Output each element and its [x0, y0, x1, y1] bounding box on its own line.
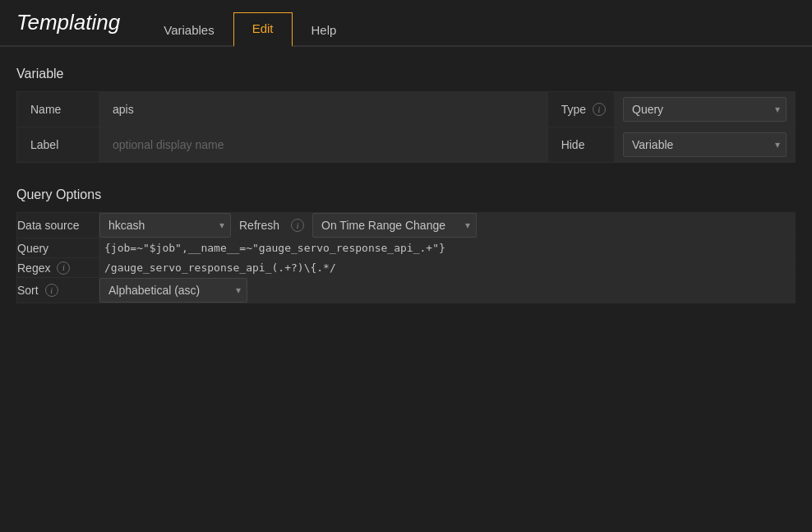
hide-select-wrapper: Label Variable ▾	[623, 132, 787, 157]
sort-value-cell: Disabled Alphabetical (asc) Alphabetical…	[99, 278, 796, 303]
sort-select-wrapper: Disabled Alphabetical (asc) Alphabetical…	[99, 278, 247, 303]
hide-label-cell: Hide	[547, 127, 614, 163]
refresh-select-wrapper: Never On Dashboard Load On Time Range Ch…	[312, 213, 477, 238]
label-label: Label	[17, 127, 99, 163]
refresh-select[interactable]: Never On Dashboard Load On Time Range Ch…	[312, 213, 477, 238]
refresh-info-icon[interactable]: i	[291, 219, 304, 232]
datasource-label: Data source	[17, 219, 79, 232]
name-value-cell	[99, 92, 548, 127]
hide-select-cell: Label Variable ▾	[615, 127, 796, 163]
datasource-controls: hkcash default ▾ Refresh i Never On Dash…	[99, 213, 795, 238]
hide-label: Hide	[561, 138, 585, 151]
datasource-label-cell: Data source	[17, 213, 99, 238]
datasource-select-wrapper: hkcash default ▾	[99, 213, 231, 238]
datasource-value-cell: hkcash default ▾ Refresh i Never On Dash…	[99, 213, 796, 238]
type-select[interactable]: Query Constant Datasource Custom Interva…	[623, 97, 787, 122]
query-options-section-title: Query Options	[16, 187, 796, 202]
label-row: Label Hide Label Variable ▾	[17, 127, 796, 163]
tab-edit[interactable]: Edit	[233, 12, 293, 47]
variable-section-title: Variable	[16, 67, 796, 81]
header: Templating Variables Edit Help	[0, 0, 812, 47]
sort-select[interactable]: Disabled Alphabetical (asc) Alphabetical…	[99, 278, 247, 303]
refresh-label: Refresh	[239, 219, 279, 232]
sort-info-icon[interactable]: i	[45, 284, 58, 297]
type-info-icon[interactable]: i	[593, 103, 606, 116]
query-label: Query	[17, 242, 48, 255]
main-content: Variable Name Type i Query Constant Data…	[0, 47, 812, 323]
name-input[interactable]	[108, 99, 539, 119]
label-input[interactable]	[108, 135, 539, 155]
hide-select[interactable]: Label Variable	[623, 132, 787, 157]
type-label: Type	[561, 103, 586, 116]
name-row: Name Type i Query Constant Datasource Cu…	[17, 92, 796, 127]
regex-label: Regex	[17, 261, 50, 275]
query-options-form: Data source hkcash default ▾ Refresh i	[16, 212, 796, 303]
label-value-cell	[99, 127, 548, 163]
nav-tabs: Variables Edit Help	[145, 11, 355, 45]
sort-label-cell: Sort i	[17, 278, 99, 303]
query-input[interactable]	[99, 238, 795, 257]
query-label-cell: Query	[17, 238, 99, 258]
tab-variables[interactable]: Variables	[145, 14, 233, 47]
type-select-cell: Query Constant Datasource Custom Interva…	[615, 92, 796, 127]
name-label: Name	[17, 92, 99, 127]
datasource-select[interactable]: hkcash default	[99, 213, 231, 238]
regex-value-cell	[99, 258, 796, 278]
sort-row: Sort i Disabled Alphabetical (asc) Alpha…	[17, 278, 796, 303]
regex-info-icon[interactable]: i	[57, 261, 70, 275]
regex-input[interactable]	[99, 258, 795, 277]
datasource-row: Data source hkcash default ▾ Refresh i	[17, 213, 796, 238]
sort-label-inner: Sort i	[17, 284, 99, 297]
regex-label-inner: Regex i	[17, 261, 99, 275]
variable-form: Name Type i Query Constant Datasource Cu…	[16, 91, 796, 163]
query-value-cell	[99, 238, 796, 258]
app-title: Templating	[16, 10, 120, 45]
type-select-wrapper: Query Constant Datasource Custom Interva…	[623, 97, 787, 122]
regex-row: Regex i	[17, 258, 796, 278]
tab-help[interactable]: Help	[293, 14, 356, 47]
query-row: Query	[17, 238, 796, 258]
sort-label: Sort	[17, 284, 39, 297]
regex-label-cell: Regex i	[17, 258, 99, 278]
type-label-cell: Type i	[547, 92, 614, 127]
